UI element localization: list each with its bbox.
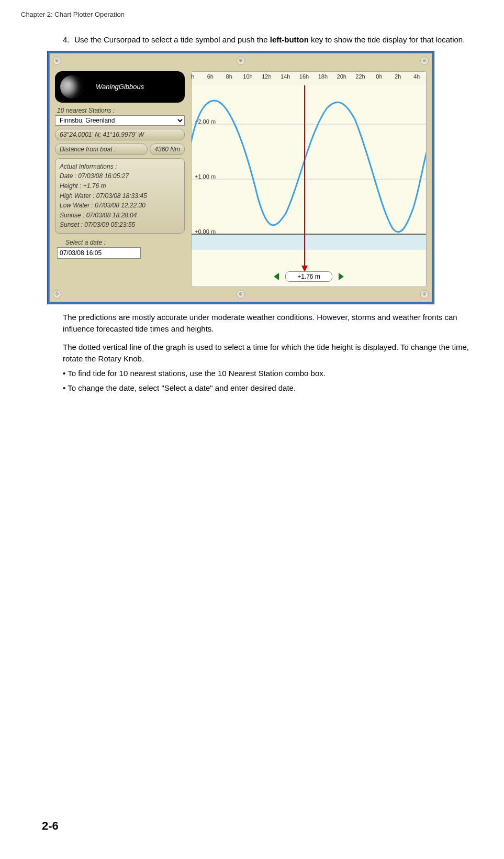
time-next-button[interactable]	[339, 273, 344, 280]
step-number: 4.	[63, 34, 72, 46]
page-number: 2-6	[42, 819, 59, 833]
moon-icon	[60, 75, 83, 98]
bullet-text: To change the date, select "Select a dat…	[68, 383, 296, 392]
step-text-bold: left-button	[270, 35, 309, 44]
bullet-text: To find tide for 10 nearest stations, us…	[68, 369, 326, 378]
tide-readout-bar: +1.76 m	[192, 270, 426, 283]
select-date-label: Select a date :	[65, 239, 185, 246]
info-title: Actual Informations :	[60, 162, 180, 172]
step-text-a: Use the Cursorpad to select a tide symbo…	[74, 35, 270, 44]
expand-icon[interactable]: ⊕	[420, 290, 429, 299]
moon-phase-pill: WaningGibbous	[55, 71, 185, 103]
moon-phase-label: WaningGibbous	[96, 83, 144, 91]
tide-app-screenshot: ⊕ ⊕ ⊕ ⊕ ⊕ ⊕ WaningGibbous 10 nearest Sta…	[47, 51, 434, 304]
paragraph-accuracy: The predictions are mostly accurate unde…	[63, 312, 473, 335]
nearest-stations-combo[interactable]: Finnsbu, Greenland	[55, 115, 185, 126]
distance-label-pill: Distance from boat :	[55, 144, 148, 155]
stations-label: 10 nearest Stations :	[57, 107, 185, 114]
step-4: 4. Use the Cursorpad to select a tide sy…	[63, 34, 473, 46]
info-sunrise: Sunrise : 07/03/08 18:28:04	[60, 211, 180, 221]
info-sunset: Sunset : 07/03/09 05:23:55	[60, 220, 180, 230]
expand-icon[interactable]: ⊕	[53, 57, 61, 65]
expand-icon[interactable]: ⊕	[53, 290, 61, 299]
paragraph-cursor: The dotted vertical line of the graph is…	[63, 342, 473, 365]
info-low-water: Low Water : 07/03/08 12:22:30	[60, 201, 180, 211]
coords-pill: 63°24.0001' N; 41°16.9979' W	[55, 129, 185, 140]
info-date: Date : 07/03/08 16:05:27	[60, 171, 180, 181]
expand-icon[interactable]: ⊕	[237, 290, 245, 299]
info-height: Height : +1.76 m	[60, 181, 180, 191]
expand-icon[interactable]: ⊕	[420, 57, 429, 65]
tide-left-panel: WaningGibbous 10 nearest Stations : Finn…	[55, 71, 185, 259]
actual-info-box: Actual Informations : Date : 07/03/08 16…	[55, 158, 185, 234]
time-cursor-line[interactable]	[304, 85, 305, 266]
distance-value-pill: 4360 Nm	[150, 144, 185, 155]
bullet-select-date: • To change the date, select "Select a d…	[63, 382, 473, 394]
step-text-b: key to show the tide display for that lo…	[309, 35, 465, 44]
info-high-water: High Water : 07/03/08 18:33:45	[60, 191, 180, 201]
expand-icon[interactable]: ⊕	[237, 57, 245, 65]
tide-height-readout: +1.76 m	[285, 271, 332, 282]
svg-rect-2	[192, 234, 426, 250]
tide-curve-svg	[192, 72, 426, 266]
time-prev-button[interactable]	[274, 273, 279, 280]
tide-chart: h 6h 8h 10h 12h 14h 16h 18h 20h 22h 0h 2…	[191, 71, 427, 287]
bullet-nearest-stations: • To find tide for 10 nearest stations, …	[63, 368, 473, 379]
select-date-input[interactable]	[57, 247, 141, 259]
chapter-header: Chapter 2: Chart Plotter Operation	[21, 10, 483, 18]
